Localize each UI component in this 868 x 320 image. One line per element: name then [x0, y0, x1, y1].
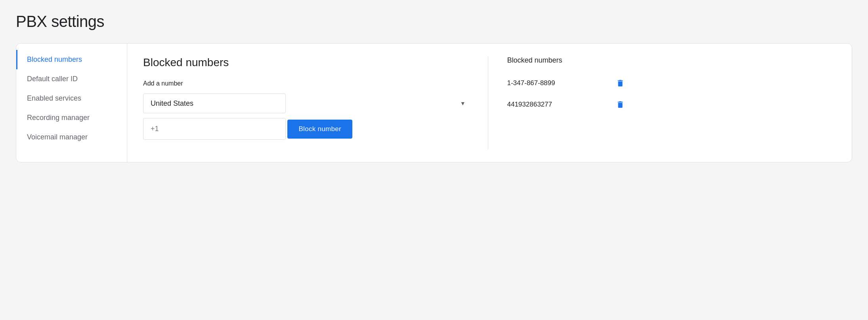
chevron-down-icon: ▼ [460, 100, 466, 107]
page-title: PBX settings [16, 13, 852, 30]
blocked-number-text: 1-347-867-8899 [507, 79, 555, 87]
blocked-number-text: 441932863277 [507, 101, 552, 109]
country-select-wrapper: United States United Kingdom Canada ▼ [143, 93, 472, 113]
settings-card: Blocked numbersDefault caller IDEnabled … [16, 43, 852, 162]
section-title: Blocked numbers [143, 56, 472, 69]
sidebar-item-blocked-numbers[interactable]: Blocked numbers [16, 50, 127, 69]
add-number-label: Add a number [143, 80, 472, 87]
blocked-number-row: 441932863277 [507, 94, 626, 115]
sidebar-item-default-caller-id[interactable]: Default caller ID [16, 69, 127, 89]
blocked-number-row: 1-347-867-8899 [507, 72, 626, 94]
block-number-button[interactable]: Block number [287, 120, 352, 139]
blocked-numbers-list: 1-347-867-8899 441932863277 [507, 72, 836, 115]
trash-icon [616, 79, 625, 88]
sidebar: Blocked numbersDefault caller IDEnabled … [16, 44, 127, 162]
sidebar-item-voicemail-manager[interactable]: Voicemail manager [16, 128, 127, 147]
left-panel: Blocked numbers Add a number United Stat… [143, 56, 488, 149]
country-select[interactable]: United States United Kingdom Canada [143, 93, 286, 113]
sidebar-item-recording-manager[interactable]: Recording manager [16, 108, 127, 128]
right-panel: Blocked numbers 1-347-867-8899 441932863… [488, 56, 836, 149]
delete-blocked-number-button[interactable] [614, 77, 626, 89]
phone-number-input[interactable] [143, 118, 286, 140]
blocked-numbers-list-title: Blocked numbers [507, 56, 836, 65]
sidebar-item-enabled-services[interactable]: Enabled services [16, 89, 127, 108]
main-content: Blocked numbers Add a number United Stat… [127, 44, 852, 162]
delete-blocked-number-button[interactable] [614, 99, 626, 110]
trash-icon [616, 100, 625, 109]
